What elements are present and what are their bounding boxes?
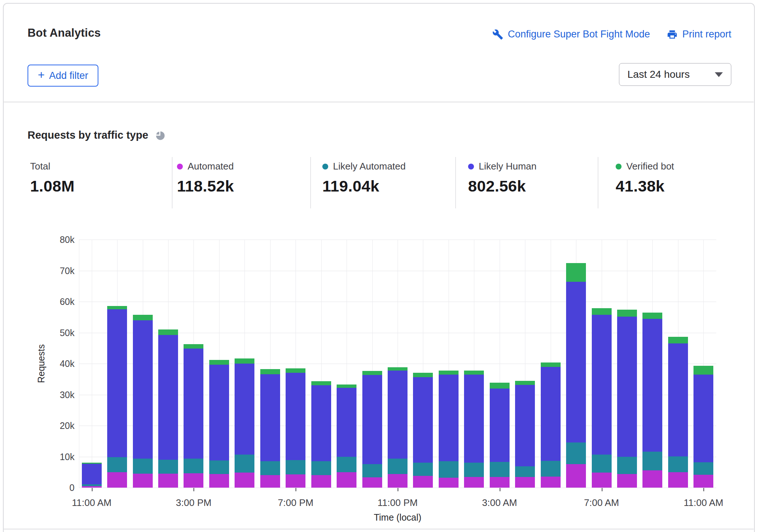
x-tick-mark [602,488,602,491]
stacked-bar[interactable] [235,358,254,488]
bar-segment-likely-automated [388,459,408,474]
stacked-bar[interactable] [184,344,203,488]
stacked-bar[interactable] [107,306,127,488]
bar-segment-automated [107,472,127,488]
bar-segment-likely-human [337,388,356,457]
stat-divider [172,157,173,208]
y-tick-label: 70k [19,265,75,276]
bar-segment-likely-automated [439,461,459,478]
stacked-bar[interactable] [617,310,637,488]
stacked-bar[interactable] [439,371,459,488]
x-tick-mark [398,488,398,491]
stat-label: Total [30,161,50,172]
bar-segment-likely-automated [642,452,662,470]
bar-segment-automated [235,473,254,488]
stacked-bar[interactable] [362,371,382,488]
bar-segment-likely-human [592,315,612,455]
stacked-bar[interactable] [311,381,331,488]
wrench-icon[interactable] [492,29,503,40]
bar-segment-automated [413,476,433,488]
bar-segment-likely-automated [311,461,331,475]
stacked-bar[interactable] [133,315,153,488]
stacked-bar[interactable] [464,371,484,488]
y-tick-label: 50k [19,327,75,338]
bar-segment-likely-human [642,319,662,452]
bar-segment-verified-bot [490,383,510,389]
bar-segment-verified-bot [388,367,408,371]
bar-segment-likely-human [82,464,102,484]
x-tick-mark [703,488,704,491]
gridline [92,240,92,488]
bar-segment-automated [541,477,561,488]
bar-segment-likely-automated [286,460,305,474]
bar-segment-automated [337,472,356,488]
stat-divider [598,157,598,208]
bar-segment-likely-automated [260,461,280,475]
stat-label: Likely Automated [333,161,406,172]
bar-segment-verified-bot [362,371,382,375]
time-range-select[interactable]: Last 24 hours [619,63,731,86]
stat-verified-bot: Verified bot41.38k [616,161,674,195]
bar-segment-automated [158,474,178,488]
stacked-bar[interactable] [158,329,178,488]
bar-segment-verified-bot [260,369,280,374]
configure-super-bot-fight-mode-link[interactable]: Configure Super Bot Fight Mode [492,29,650,40]
stacked-bar[interactable] [642,313,662,488]
add-filter-button[interactable]: + Add filter [28,65,98,87]
stacked-bar[interactable] [592,308,612,488]
stacked-bar[interactable] [413,373,433,488]
bar-segment-likely-human [388,371,408,458]
bar-segment-likely-human [490,389,510,462]
stacked-bar[interactable] [82,463,102,488]
bar-segment-automated [82,486,102,488]
bar-segment-likely-automated [362,464,382,477]
print-report-link[interactable]: Print report [667,29,731,40]
x-tick-label: 3:00 PM [176,497,211,509]
x-tick-label: 11:00 AM [684,497,723,509]
y-tick-label: 10k [19,451,75,462]
bar-segment-automated [642,470,662,488]
bar-segment-verified-bot [541,362,561,367]
stat-likely-automated: Likely Automated119.04k [322,161,406,195]
bar-segment-automated [592,473,612,488]
x-tick-mark [296,488,296,491]
bar-segment-automated [566,464,586,488]
bar-segment-automated [490,477,510,488]
stacked-bar[interactable] [490,383,510,488]
stacked-bar[interactable] [693,366,713,488]
verified-bot-legend-dot-icon [616,164,622,170]
bar-segment-automated [439,478,459,488]
bar-segment-likely-automated [541,461,561,477]
bar-segment-automated [286,474,305,488]
bar-segment-likely-automated [337,457,356,472]
printer-icon[interactable] [667,29,678,40]
bar-segment-likely-automated [490,462,510,477]
bar-segment-likely-human [515,385,535,466]
bar-segment-verified-bot [464,371,484,375]
stacked-bar[interactable] [388,367,408,488]
x-tick-label: 7:00 PM [278,497,314,509]
bar-segment-likely-automated [464,463,484,477]
bar-segment-verified-bot [286,368,305,373]
stat-label: Verified bot [626,161,674,172]
bar-segment-verified-bot [439,371,459,374]
stacked-bar[interactable] [566,263,586,488]
stacked-bar[interactable] [260,369,280,488]
bar-segment-automated [388,474,408,488]
stat-label: Likely Human [479,161,537,172]
stacked-bar[interactable] [541,362,561,488]
stacked-bar[interactable] [337,385,356,488]
stacked-bar[interactable] [668,337,688,488]
stacked-bar[interactable] [286,368,305,488]
plus-icon: + [38,68,45,82]
stacked-bar[interactable] [209,360,229,488]
bar-segment-verified-bot [642,313,662,319]
stacked-bar[interactable] [515,381,535,488]
y-tick-label: 40k [19,358,75,369]
bar-segment-likely-human [311,385,331,461]
bar-segment-automated [311,475,331,488]
bar-segment-likely-human [184,349,203,459]
bar-segment-likely-human [158,335,178,460]
bar-segment-likely-automated [184,459,203,473]
bar-segment-automated [362,477,382,488]
